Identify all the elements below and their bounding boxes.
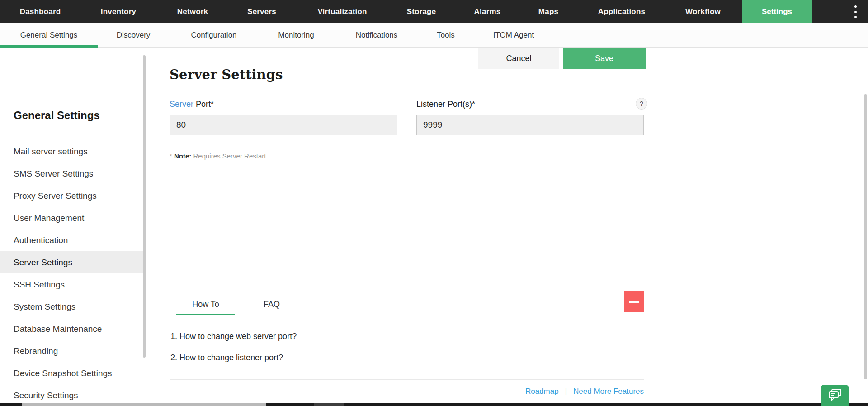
- server-settings-panel: Server Settings Server Port* Listener Po…: [150, 48, 868, 406]
- restart-note: * Note: Requires Server Restart: [170, 152, 266, 160]
- top-nav-item-maps[interactable]: Maps: [538, 0, 558, 23]
- settings-sidebar: General Settings Mail server settings SM…: [0, 48, 149, 406]
- save-button[interactable]: Save: [563, 48, 646, 69]
- divider: [170, 190, 644, 190]
- sidebar-list: Mail server settings SMS Server Settings…: [0, 140, 146, 406]
- listener-port-input[interactable]: [416, 115, 644, 135]
- sub-nav-item-monitoring[interactable]: Monitoring: [278, 23, 314, 48]
- how-to-link-listener-port[interactable]: How to change listener port?: [179, 353, 297, 362]
- kebab-menu-icon[interactable]: [852, 5, 859, 18]
- divider: [170, 315, 644, 315]
- sidebar-item-user-management[interactable]: User Management: [0, 207, 146, 229]
- top-nav-item-storage[interactable]: Storage: [407, 0, 436, 23]
- top-nav-item-dashboard[interactable]: Dashboard: [20, 0, 61, 23]
- server-port-input[interactable]: [170, 115, 397, 135]
- collapse-section-button[interactable]: [624, 291, 644, 312]
- sidebar-item-authentication[interactable]: Authentication: [0, 229, 146, 251]
- sub-nav-item-tools[interactable]: Tools: [437, 23, 455, 48]
- divider: [170, 379, 644, 380]
- sidebar-item-system-settings[interactable]: System Settings: [0, 296, 146, 318]
- top-nav-item-alarms[interactable]: Alarms: [474, 0, 501, 23]
- top-nav-item-inventory[interactable]: Inventory: [101, 0, 136, 23]
- link-separator: |: [565, 387, 567, 396]
- horizontal-scrollbar-segment: [314, 403, 344, 406]
- sidebar-item-device-snapshot-settings[interactable]: Device Snapshot Settings: [0, 362, 146, 384]
- app-window: Dashboard Inventory Network Servers Virt…: [0, 0, 868, 406]
- server-port-label-rest: Port*: [193, 100, 214, 109]
- sidebar-item-mail-server-settings[interactable]: Mail server settings: [0, 140, 146, 162]
- horizontal-scrollbar-track[interactable]: [0, 403, 868, 406]
- sidebar-item-proxy-server-settings[interactable]: Proxy Server Settings: [0, 185, 146, 207]
- minus-icon: [629, 301, 639, 303]
- sub-nav-item-configuration[interactable]: Configuration: [191, 23, 236, 48]
- vertical-scrollbar[interactable]: [864, 94, 867, 379]
- help-icon[interactable]: ?: [636, 98, 647, 110]
- top-nav-item-network[interactable]: Network: [177, 0, 208, 23]
- listener-port-label: Listener Port(s)*: [416, 100, 475, 109]
- footer-links: Roadmap|Need More Features: [150, 387, 644, 396]
- sidebar-item-ssh-settings[interactable]: SSH Settings: [0, 273, 146, 296]
- sidebar-item-rebranding[interactable]: Rebranding: [0, 340, 146, 362]
- sidebar-heading: General Settings: [14, 109, 100, 122]
- server-port-label-link[interactable]: Server: [170, 100, 193, 109]
- chat-bubbles-icon: [827, 388, 843, 403]
- sidebar-item-server-settings-selected[interactable]: Server Settings: [0, 251, 146, 273]
- top-nav-item-settings-active[interactable]: Settings: [742, 0, 812, 23]
- cancel-button[interactable]: Cancel: [478, 48, 559, 69]
- top-nav-item-workflow[interactable]: Workflow: [685, 0, 721, 23]
- horizontal-scrollbar-thumb[interactable]: [22, 403, 266, 406]
- active-tab-underline: [0, 45, 98, 48]
- how-to-link-web-server-port[interactable]: How to change web server port?: [179, 332, 297, 341]
- settings-sub-nav: General Settings Discovery Configuration…: [0, 23, 868, 48]
- sidebar-item-sms-server-settings[interactable]: SMS Server Settings: [0, 162, 146, 185]
- top-nav: Dashboard Inventory Network Servers Virt…: [0, 0, 868, 23]
- top-nav-item-virtualization[interactable]: Virtualization: [317, 0, 367, 23]
- tab-faq[interactable]: FAQ: [254, 295, 290, 315]
- top-nav-item-applications[interactable]: Applications: [598, 0, 645, 23]
- server-port-label: Server Port*: [170, 100, 214, 109]
- page-title: Server Settings: [170, 67, 283, 82]
- sub-nav-item-itom-agent[interactable]: ITOM Agent: [493, 23, 534, 48]
- roadmap-link[interactable]: Roadmap: [525, 387, 559, 396]
- tab-how-to[interactable]: How To: [176, 295, 235, 315]
- sub-nav-item-notifications[interactable]: Notifications: [356, 23, 398, 48]
- need-more-features-link[interactable]: Need More Features: [573, 387, 644, 396]
- how-to-list: How to change web server port? How to ch…: [179, 332, 297, 374]
- sub-nav-item-discovery[interactable]: Discovery: [117, 23, 151, 48]
- sub-nav-item-general-settings[interactable]: General Settings: [20, 23, 78, 48]
- top-nav-item-servers[interactable]: Servers: [247, 0, 276, 23]
- divider: [170, 89, 847, 89]
- sidebar-scrollbar[interactable]: [143, 55, 146, 358]
- sidebar-item-database-maintenance[interactable]: Database Maintenance: [0, 318, 146, 340]
- chat-widget-button[interactable]: [821, 385, 849, 406]
